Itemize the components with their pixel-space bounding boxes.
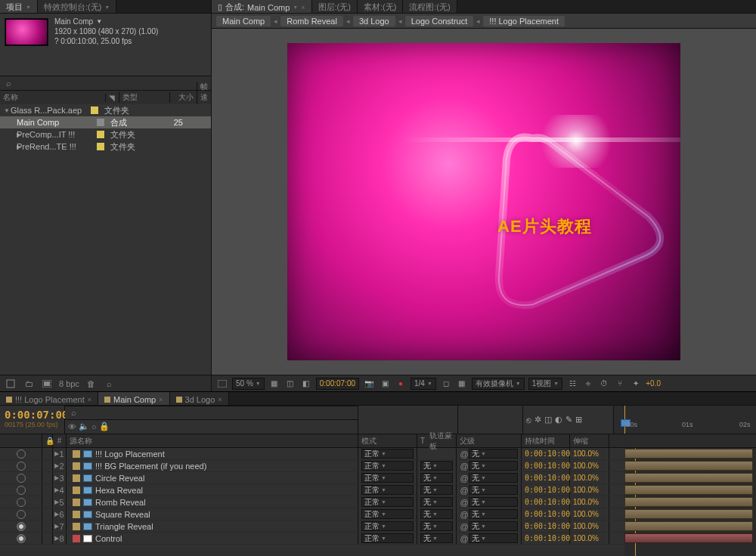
pickwhip-icon[interactable]: @ <box>460 522 469 531</box>
stretch-value[interactable]: 100.0% <box>573 498 599 506</box>
col-parent[interactable]: 父级 <box>457 434 522 447</box>
breadcrumb-item[interactable]: Logo Construct <box>405 16 474 26</box>
layer-row[interactable]: ▶7Triangle Reveal正常▼无▼@无▼0:00:10:00100.0… <box>0 520 624 533</box>
breadcrumb-item[interactable]: Romb Reveal <box>280 16 343 26</box>
reset-exposure-icon[interactable]: ✦ <box>630 378 642 390</box>
breadcrumb-item[interactable]: Main Comp <box>216 16 271 26</box>
col-source[interactable]: 源名称 <box>67 434 358 447</box>
close-icon[interactable]: × <box>301 4 305 11</box>
track-matte-dropdown[interactable]: 无▼ <box>420 485 453 495</box>
panel-menu-icon[interactable]: ▼ <box>104 5 110 10</box>
duration-value[interactable]: 0:00:10:00 <box>525 462 570 470</box>
label-swatch[interactable] <box>97 143 104 150</box>
always-preview-icon[interactable] <box>216 378 228 390</box>
blend-mode-dropdown[interactable]: 正常▼ <box>361 509 414 519</box>
blend-mode-dropdown[interactable]: 正常▼ <box>361 461 414 471</box>
twirl-icon[interactable]: ▶ <box>3 144 17 150</box>
parent-dropdown[interactable]: 无▼ <box>469 473 518 483</box>
tab-composition[interactable]: ▯ 合成: Main Comp ▼ × <box>212 0 312 13</box>
close-icon[interactable]: × <box>159 396 163 403</box>
channel-icon[interactable]: ● <box>395 378 407 390</box>
layer-row[interactable]: ▶4Hexa Reveal正常▼无▼@无▼0:00:10:00100.0% <box>0 484 624 496</box>
dropdown-icon[interactable]: ▼ <box>96 17 102 26</box>
collapse-icon[interactable]: ✲ <box>534 415 541 425</box>
mask-icon[interactable]: ◧ <box>300 378 312 390</box>
pickwhip-icon[interactable]: @ <box>460 449 469 459</box>
close-icon[interactable]: × <box>88 396 91 403</box>
col-duration[interactable]: 持续时间 <box>522 434 570 447</box>
track-matte-dropdown[interactable]: 无▼ <box>420 473 453 483</box>
timeline-tab[interactable]: Main Comp× <box>98 392 170 405</box>
interpret-footage-icon[interactable] <box>5 378 17 390</box>
duration-value[interactable]: 0:00:10:00 <box>525 534 570 542</box>
project-row[interactable]: ▶PreComp...IT !!!文件夹 <box>0 128 211 141</box>
stretch-value[interactable]: 100.0% <box>573 474 599 482</box>
layer-bar[interactable] <box>624 461 753 471</box>
layer-row[interactable]: ▶3Circle Reveal正常▼无▼@无▼0:00:10:00100.0% <box>0 472 624 484</box>
parent-dropdown[interactable]: 无▼ <box>469 497 518 507</box>
current-time[interactable]: 0:00:07:00 <box>316 378 359 390</box>
duration-value[interactable]: 0:00:10:00 <box>525 486 570 494</box>
stretch-value[interactable]: 100.0% <box>573 486 599 494</box>
breadcrumb-item[interactable]: 3d Logo <box>353 16 395 26</box>
duration-value[interactable]: 0:00:10:00 <box>525 510 570 518</box>
camera-dropdown[interactable]: 有效摄像机▼ <box>472 378 525 390</box>
time-ruler[interactable]: :00s01s02s <box>614 406 756 434</box>
track-matte-dropdown[interactable]: 无▼ <box>420 509 453 519</box>
parent-dropdown[interactable]: 无▼ <box>469 461 518 471</box>
comp-flow-icon[interactable]: ⑂ <box>614 378 626 390</box>
visibility-toggle[interactable] <box>17 486 26 495</box>
label-swatch[interactable] <box>91 107 98 114</box>
speaker-column-icon[interactable]: 🔈 <box>79 422 89 431</box>
layer-bar[interactable] <box>624 533 753 543</box>
layer-row[interactable]: ▶6Square Reveal正常▼无▼@无▼0:00:10:00100.0% <box>0 508 624 520</box>
parent-dropdown[interactable]: 无▼ <box>469 509 518 519</box>
tab-layer[interactable]: 图层:(无) <box>312 0 358 13</box>
col-mode[interactable]: 模式 <box>358 434 417 447</box>
timeline-tab[interactable]: !!! Logo Placement× <box>0 392 98 405</box>
stretch-value[interactable]: 100.0% <box>573 534 599 542</box>
brainstorm-icon[interactable]: ✎ <box>565 415 572 425</box>
tab-fx-console[interactable]: 特效控制台:(无) ▼ <box>38 0 116 13</box>
show-snapshot-icon[interactable]: ▣ <box>379 378 391 390</box>
twirl-icon[interactable]: ▼ <box>3 107 11 114</box>
project-row[interactable]: ▶PreRend...TE !!!文件夹 <box>0 141 211 153</box>
layer-bar[interactable] <box>624 449 753 459</box>
transparency-icon[interactable]: ▦ <box>456 378 468 390</box>
blend-mode-dropdown[interactable]: 正常▼ <box>361 485 414 495</box>
blend-mode-dropdown[interactable]: 正常▼ <box>361 497 414 507</box>
current-time-indicator[interactable] <box>624 406 625 434</box>
eye-column-icon[interactable]: 👁 <box>68 422 76 431</box>
trash-icon[interactable]: 🗑 <box>85 378 98 390</box>
col-name[interactable]: 名称 <box>0 92 105 103</box>
layer-bars[interactable] <box>624 448 756 556</box>
layer-bar[interactable] <box>624 485 753 495</box>
layer-row[interactable]: ▶2!!! BG Placement (if you need)正常▼无▼@无▼… <box>0 460 624 472</box>
new-folder-icon[interactable]: 🗀 <box>23 378 35 390</box>
exposure-value[interactable]: +0.0 <box>646 379 661 388</box>
comp-thumbnail[interactable] <box>5 18 48 46</box>
timeline-tab[interactable]: 3d Logo× <box>170 392 229 405</box>
graph-editor-icon[interactable]: ⊞ <box>575 415 582 425</box>
visibility-toggle[interactable] <box>17 498 26 507</box>
parent-dropdown[interactable]: 无▼ <box>469 449 518 459</box>
viewer-canvas-area[interactable]: AE片头教程 <box>212 29 756 375</box>
visibility-toggle[interactable] <box>17 522 26 531</box>
blend-mode-dropdown[interactable]: 正常▼ <box>361 473 414 483</box>
label-swatch[interactable] <box>73 499 80 506</box>
pickwhip-icon[interactable]: @ <box>460 498 469 507</box>
layer-bar[interactable] <box>624 497 753 507</box>
stretch-value[interactable]: 100.0% <box>573 522 599 530</box>
timecode-block[interactable]: 0:00:07:00 00175 (25.00 fps) <box>0 406 65 434</box>
track-matte-dropdown[interactable]: 无▼ <box>420 533 453 543</box>
track-matte-dropdown[interactable]: 无▼ <box>420 521 453 531</box>
pickwhip-icon[interactable]: @ <box>460 486 469 495</box>
duration-value[interactable]: 0:00:10:00 <box>525 522 570 530</box>
stretch-value[interactable]: 100.0% <box>573 462 599 470</box>
col-label-icon[interactable]: ◥ <box>105 94 119 102</box>
duration-value[interactable]: 0:00:10:00 <box>525 474 570 482</box>
lock-icon[interactable]: ▯ <box>218 2 222 12</box>
pickwhip-icon[interactable]: @ <box>460 474 469 483</box>
layer-row[interactable]: ▶8Control正常▼无▼@无▼0:00:10:00100.0% <box>0 533 624 545</box>
grid-icon[interactable]: ▦ <box>268 378 280 390</box>
